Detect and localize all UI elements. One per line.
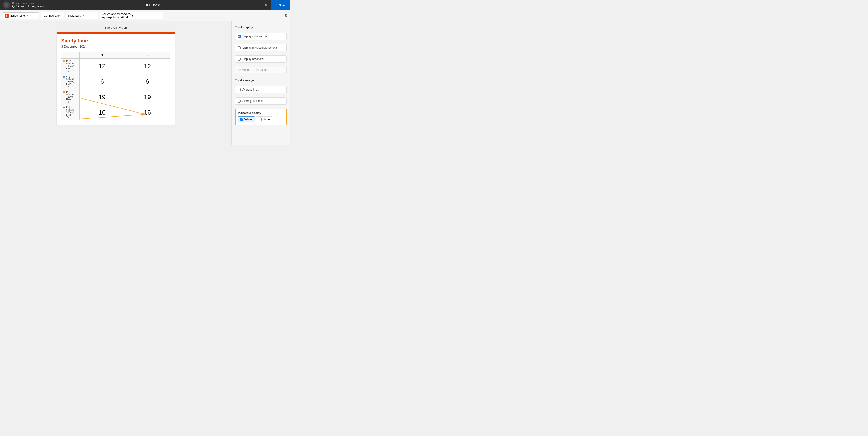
row-header-3: (IND)Indicator1 (Cent.)(Free :19) [61, 89, 80, 105]
color-indicator-blue [63, 107, 65, 109]
color-indicator-orange [63, 91, 65, 93]
values-sub-label: Values [242, 68, 250, 71]
configuration-button[interactable]: Configuration [41, 12, 64, 19]
color-indicator-orange [63, 60, 65, 62]
table-cell: 6 [80, 74, 125, 89]
content-area: Short-term vision Safety Line 3 December… [0, 21, 231, 145]
table-row: (IND)Indicator1 (Exte.)(Free :19) 12 12 [61, 59, 170, 74]
average-lines-row: Average lines [235, 86, 287, 93]
row-header-2: (INI)Indicator2 (Exte.)(Free :10) [61, 74, 80, 89]
table-row: (INI)Indicator2 (Cent.)(Free :10) 16 16 [61, 105, 170, 120]
row-header-1: (IND)Indicator1 (Exte.)(Free :19) [61, 59, 80, 74]
display-rows-total-checkbox[interactable] [238, 58, 241, 61]
total-display-header: Total display × [235, 25, 287, 29]
table-cell: 12 [80, 59, 125, 74]
chevron-down-icon: ▾ [26, 14, 28, 17]
table-col-3: 3 [80, 52, 125, 59]
safety-icon: S [5, 13, 9, 18]
status-sub-checkbox [256, 68, 259, 71]
color-indicator-blue [63, 76, 65, 78]
toolbar: S Safety Line ▾ Configuration Indicators… [0, 10, 290, 21]
titlebar-actions: × ✓ Save [261, 0, 290, 10]
status-button[interactable]: Status [256, 116, 273, 122]
indicators-chevron-icon: ▾ [82, 14, 96, 17]
svg-text:Q: Q [5, 4, 7, 6]
indicators-dropdown[interactable]: Indicators ▾ [66, 12, 98, 19]
card-body: Safety Line 3 December 2024 3 Tot [57, 34, 175, 125]
values-checkbox[interactable] [240, 118, 243, 121]
average-columns-row: Average columns [235, 97, 287, 105]
short-term-label: Short-term vision [104, 26, 127, 29]
toolbar-right: ⚙ [284, 13, 287, 18]
row-label-1: (IND)Indicator1 (Exte.)(Free :19) [65, 60, 74, 72]
average-columns-label: Average columns [242, 99, 264, 103]
average-lines-checkbox[interactable] [238, 88, 241, 91]
indicators-display-section: Indicators display Values Status [235, 109, 287, 125]
row-label-4: (INI)Indicator2 (Cent.)(Free :10) [65, 106, 74, 119]
safety-line-dropdown[interactable]: S Safety Line ▾ [3, 12, 39, 19]
indicators-label: Indicators [68, 14, 82, 17]
close-button[interactable]: × [261, 0, 271, 10]
save-checkmark: ✓ [275, 3, 278, 7]
row-header-4: (INI)Indicator2 (Cent.)(Free :10) [61, 105, 80, 120]
values-btn-label: Values [244, 118, 252, 121]
table-cell: 16 [125, 105, 170, 120]
total-display-title: Total display [235, 25, 253, 29]
org-name: Documentation Team [12, 2, 43, 4]
indicators-display-title: Indicators display [238, 111, 284, 115]
window-title: QCD Table [145, 3, 160, 7]
aggregation-label: Values and thresholds aggregation method [101, 12, 131, 19]
display-rows-total-row: Display rows total [235, 55, 287, 63]
card-title: Safety Line [61, 38, 170, 44]
status-btn-label: Status [262, 118, 270, 121]
right-panel: Total display × Display columns total Di… [231, 21, 290, 145]
safety-line-label: Safety Line [10, 14, 25, 17]
safety-card: Safety Line 3 December 2024 3 Tot [57, 32, 175, 125]
indicator-buttons: Values Status [238, 116, 284, 122]
display-columns-total-label: Display columns total [242, 35, 268, 38]
card-date: 3 December 2024 [61, 45, 170, 48]
panel-close-button[interactable]: × [285, 25, 287, 29]
settings-button[interactable]: ⚙ [284, 13, 287, 18]
status-checkbox[interactable] [259, 118, 262, 121]
card-header-bar [57, 32, 175, 34]
table-col-tot: Tot [125, 52, 170, 59]
table-row: (INI)Indicator2 (Exte.)(Free :10) 6 6 [61, 74, 170, 89]
save-label: Save [279, 3, 286, 7]
display-rows-cumulative-checkbox[interactable] [238, 46, 241, 49]
table-cell: 19 [80, 89, 125, 105]
app-name: QCD board for my team [12, 4, 43, 8]
table-row: (IND)Indicator1 (Cent.)(Free :19) 19 19 [61, 89, 170, 105]
main-area: Short-term vision Safety Line 3 December… [0, 21, 290, 145]
display-columns-total-row: Display columns total [235, 33, 287, 40]
table-header-empty [61, 52, 80, 59]
average-columns-checkbox[interactable] [238, 99, 241, 103]
row-label-2: (INI)Indicator2 (Exte.)(Free :10) [65, 75, 74, 88]
display-columns-total-checkbox[interactable] [238, 35, 241, 38]
titlebar: Q Documentation Team QCD board for my te… [0, 0, 290, 10]
status-sub-label: Status [260, 68, 268, 71]
display-rows-cumulative-row: Display rows cumulative total [235, 44, 287, 51]
app-logo: Q [3, 1, 10, 9]
values-button[interactable]: Values [238, 116, 255, 122]
table-cell: 19 [125, 89, 170, 105]
values-status-sub-row: Values Status [235, 67, 287, 73]
display-rows-cumulative-label: Display rows cumulative total [242, 46, 278, 49]
total-average-title: Total average [235, 79, 287, 82]
average-lines-label: Average lines [242, 88, 259, 91]
display-rows-total-label: Display rows total [242, 57, 264, 61]
values-sub-checkbox [238, 68, 241, 71]
save-button[interactable]: ✓ Save [271, 0, 290, 10]
data-table: 3 Tot (IND)Indicator1 (Exte.)(Free :19) [61, 52, 170, 120]
org-info: Documentation Team QCD board for my team [12, 2, 43, 8]
table-cell: 6 [125, 74, 170, 89]
table-cell: 12 [125, 59, 170, 74]
aggregation-chevron-icon: ▾ [132, 14, 161, 17]
row-label-3: (IND)Indicator1 (Cent.)(Free :19) [65, 91, 74, 103]
aggregation-dropdown[interactable]: Values and thresholds aggregation method… [99, 12, 163, 19]
titlebar-left: Q Documentation Team QCD board for my te… [3, 1, 43, 9]
table-cell: 16 [80, 105, 125, 120]
